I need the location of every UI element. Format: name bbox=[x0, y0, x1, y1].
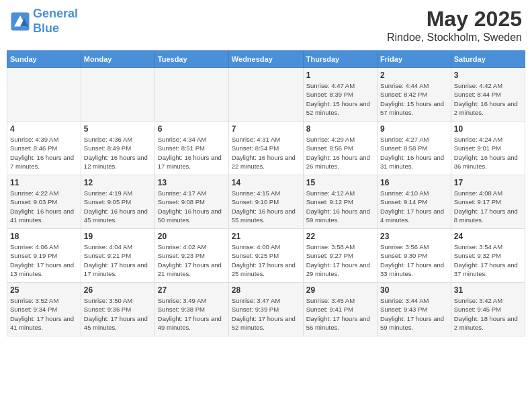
header-saturday: Saturday bbox=[451, 51, 525, 68]
calendar-subtitle: Rindoe, Stockholm, Sweden bbox=[387, 32, 522, 44]
calendar-cell: 7Sunrise: 4:31 AM Sunset: 8:54 PM Daylig… bbox=[228, 122, 303, 175]
day-number: 21 bbox=[232, 232, 300, 241]
day-detail: Sunrise: 4:17 AM Sunset: 9:08 PM Dayligh… bbox=[158, 189, 226, 224]
calendar-cell: 11Sunrise: 4:22 AM Sunset: 9:03 PM Dayli… bbox=[7, 175, 81, 229]
day-detail: Sunrise: 4:02 AM Sunset: 9:23 PM Dayligh… bbox=[158, 242, 226, 278]
week-row-5: 25Sunrise: 3:52 AM Sunset: 9:34 PM Dayli… bbox=[7, 283, 525, 336]
day-number: 16 bbox=[380, 178, 448, 187]
day-number: 24 bbox=[454, 232, 522, 241]
calendar-cell: 12Sunrise: 4:19 AM Sunset: 9:05 PM Dayli… bbox=[81, 175, 154, 229]
logo: General Blue bbox=[10, 7, 78, 36]
calendar-cell: 26Sunrise: 3:50 AM Sunset: 9:36 PM Dayli… bbox=[81, 283, 154, 336]
calendar-cell: 30Sunrise: 3:44 AM Sunset: 9:43 PM Dayli… bbox=[378, 283, 451, 336]
calendar-cell bbox=[228, 68, 303, 122]
calendar-cell: 31Sunrise: 3:42 AM Sunset: 9:45 PM Dayli… bbox=[451, 283, 525, 336]
header-friday: Friday bbox=[378, 51, 451, 68]
day-detail: Sunrise: 4:36 AM Sunset: 8:49 PM Dayligh… bbox=[84, 135, 152, 171]
calendar-cell: 22Sunrise: 3:58 AM Sunset: 9:27 PM Dayli… bbox=[303, 229, 377, 283]
day-number: 25 bbox=[10, 285, 78, 295]
day-detail: Sunrise: 3:58 AM Sunset: 9:27 PM Dayligh… bbox=[306, 242, 374, 278]
day-number: 3 bbox=[454, 71, 522, 80]
day-number: 13 bbox=[158, 178, 226, 187]
calendar-cell: 25Sunrise: 3:52 AM Sunset: 9:34 PM Dayli… bbox=[7, 283, 81, 336]
logo-text-blue: Blue bbox=[33, 21, 59, 35]
day-detail: Sunrise: 4:47 AM Sunset: 8:39 PM Dayligh… bbox=[306, 81, 374, 117]
header-thursday: Thursday bbox=[303, 51, 377, 68]
day-detail: Sunrise: 4:00 AM Sunset: 9:25 PM Dayligh… bbox=[232, 242, 300, 278]
page-header: General Blue May 2025 Rindoe, Stockholm,… bbox=[7, 7, 525, 44]
header-monday: Monday bbox=[81, 51, 154, 68]
day-number: 26 bbox=[84, 285, 152, 295]
calendar-cell: 10Sunrise: 4:24 AM Sunset: 9:01 PM Dayli… bbox=[451, 122, 525, 175]
day-detail: Sunrise: 3:47 AM Sunset: 9:39 PM Dayligh… bbox=[232, 296, 300, 332]
day-number: 4 bbox=[10, 124, 78, 134]
calendar-cell: 20Sunrise: 4:02 AM Sunset: 9:23 PM Dayli… bbox=[154, 229, 228, 283]
calendar-body: 1Sunrise: 4:47 AM Sunset: 8:39 PM Daylig… bbox=[7, 68, 525, 336]
day-detail: Sunrise: 4:42 AM Sunset: 8:44 PM Dayligh… bbox=[454, 81, 522, 117]
calendar-cell: 14Sunrise: 4:15 AM Sunset: 9:10 PM Dayli… bbox=[228, 175, 303, 229]
logo-icon bbox=[10, 11, 30, 32]
calendar-cell: 5Sunrise: 4:36 AM Sunset: 8:49 PM Daylig… bbox=[81, 122, 154, 175]
day-number: 29 bbox=[306, 285, 374, 295]
day-detail: Sunrise: 3:56 AM Sunset: 9:30 PM Dayligh… bbox=[380, 242, 448, 278]
day-detail: Sunrise: 3:49 AM Sunset: 9:38 PM Dayligh… bbox=[158, 296, 226, 332]
calendar-cell: 9Sunrise: 4:27 AM Sunset: 8:58 PM Daylig… bbox=[378, 122, 451, 175]
day-number: 15 bbox=[306, 178, 374, 187]
day-detail: Sunrise: 4:06 AM Sunset: 9:19 PM Dayligh… bbox=[10, 242, 78, 278]
calendar-table: Sunday Monday Tuesday Wednesday Thursday… bbox=[7, 50, 525, 336]
day-number: 2 bbox=[380, 71, 448, 80]
day-detail: Sunrise: 4:08 AM Sunset: 9:17 PM Dayligh… bbox=[454, 189, 522, 224]
calendar-cell: 16Sunrise: 4:10 AM Sunset: 9:14 PM Dayli… bbox=[378, 175, 451, 229]
day-detail: Sunrise: 4:22 AM Sunset: 9:03 PM Dayligh… bbox=[10, 189, 78, 224]
day-number: 28 bbox=[232, 285, 300, 295]
calendar-cell bbox=[81, 68, 154, 122]
day-detail: Sunrise: 3:50 AM Sunset: 9:36 PM Dayligh… bbox=[84, 296, 152, 332]
calendar-cell: 2Sunrise: 4:44 AM Sunset: 8:42 PM Daylig… bbox=[378, 68, 451, 122]
calendar-cell: 29Sunrise: 3:45 AM Sunset: 9:41 PM Dayli… bbox=[303, 283, 377, 336]
calendar-cell: 19Sunrise: 4:04 AM Sunset: 9:21 PM Dayli… bbox=[81, 229, 154, 283]
day-detail: Sunrise: 4:34 AM Sunset: 8:51 PM Dayligh… bbox=[158, 135, 226, 171]
day-detail: Sunrise: 3:42 AM Sunset: 9:45 PM Dayligh… bbox=[454, 296, 522, 332]
day-number: 20 bbox=[158, 232, 226, 241]
calendar-cell: 8Sunrise: 4:29 AM Sunset: 8:56 PM Daylig… bbox=[303, 122, 377, 175]
day-number: 14 bbox=[232, 178, 300, 187]
calendar-cell: 6Sunrise: 4:34 AM Sunset: 8:51 PM Daylig… bbox=[154, 122, 228, 175]
day-number: 30 bbox=[380, 285, 448, 295]
calendar-title: May 2025 bbox=[387, 7, 522, 32]
day-detail: Sunrise: 4:19 AM Sunset: 9:05 PM Dayligh… bbox=[84, 189, 152, 224]
day-number: 18 bbox=[10, 232, 78, 241]
day-number: 1 bbox=[306, 71, 374, 80]
day-number: 10 bbox=[454, 124, 522, 134]
calendar-cell: 28Sunrise: 3:47 AM Sunset: 9:39 PM Dayli… bbox=[228, 283, 303, 336]
day-detail: Sunrise: 4:12 AM Sunset: 9:12 PM Dayligh… bbox=[306, 189, 374, 224]
calendar-cell: 17Sunrise: 4:08 AM Sunset: 9:17 PM Dayli… bbox=[451, 175, 525, 229]
day-number: 6 bbox=[158, 124, 226, 134]
day-number: 11 bbox=[10, 178, 78, 187]
day-detail: Sunrise: 4:31 AM Sunset: 8:54 PM Dayligh… bbox=[232, 135, 300, 171]
header-sunday: Sunday bbox=[7, 51, 81, 68]
calendar-cell: 13Sunrise: 4:17 AM Sunset: 9:08 PM Dayli… bbox=[154, 175, 228, 229]
header-wednesday: Wednesday bbox=[228, 51, 303, 68]
day-number: 5 bbox=[84, 124, 152, 134]
day-number: 17 bbox=[454, 178, 522, 187]
day-detail: Sunrise: 3:52 AM Sunset: 9:34 PM Dayligh… bbox=[10, 296, 78, 332]
day-number: 23 bbox=[380, 232, 448, 241]
logo-text-general: General bbox=[33, 7, 78, 20]
calendar-cell: 3Sunrise: 4:42 AM Sunset: 8:44 PM Daylig… bbox=[451, 68, 525, 122]
day-detail: Sunrise: 4:10 AM Sunset: 9:14 PM Dayligh… bbox=[380, 189, 448, 224]
day-number: 22 bbox=[306, 232, 374, 241]
day-number: 8 bbox=[306, 124, 374, 134]
header-row: Sunday Monday Tuesday Wednesday Thursday… bbox=[7, 51, 525, 68]
week-row-4: 18Sunrise: 4:06 AM Sunset: 9:19 PM Dayli… bbox=[7, 229, 525, 283]
day-number: 7 bbox=[232, 124, 300, 134]
day-detail: Sunrise: 3:45 AM Sunset: 9:41 PM Dayligh… bbox=[306, 296, 374, 332]
week-row-1: 1Sunrise: 4:47 AM Sunset: 8:39 PM Daylig… bbox=[7, 68, 525, 122]
day-number: 19 bbox=[84, 232, 152, 241]
day-detail: Sunrise: 4:27 AM Sunset: 8:58 PM Dayligh… bbox=[380, 135, 448, 171]
day-number: 9 bbox=[380, 124, 448, 134]
calendar-cell bbox=[154, 68, 228, 122]
title-block: May 2025 Rindoe, Stockholm, Sweden bbox=[387, 7, 522, 44]
day-number: 12 bbox=[84, 178, 152, 187]
week-row-2: 4Sunrise: 4:39 AM Sunset: 8:46 PM Daylig… bbox=[7, 122, 525, 175]
calendar-cell: 24Sunrise: 3:54 AM Sunset: 9:32 PM Dayli… bbox=[451, 229, 525, 283]
